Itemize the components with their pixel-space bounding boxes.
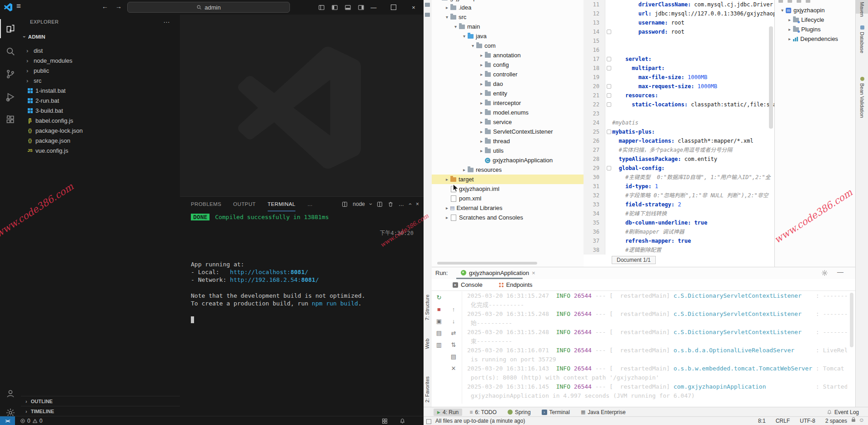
tree-row[interactable]: ▸model.enums	[432, 108, 584, 117]
tree-row[interactable]: ▸interceptor	[432, 98, 584, 108]
status-item[interactable]: 8:1	[758, 418, 766, 424]
code-line[interactable]: 20 max-request-size: 1000MB	[584, 82, 774, 91]
code-line[interactable]: 25mybatis-plus:	[584, 127, 774, 136]
search-sidebar-icon[interactable]	[0, 42, 21, 61]
run-debug-icon[interactable]	[0, 87, 21, 106]
maven-node-row[interactable]: ▸Dependencies	[775, 34, 856, 44]
shell-name[interactable]: node	[353, 201, 365, 207]
code-line[interactable]: 15	[584, 36, 774, 45]
file-item[interactable]: βbabel.config.js	[21, 115, 180, 125]
stop-icon[interactable]: ■	[437, 303, 441, 315]
code-line[interactable]: 22 static-locations: classpath:static/,f…	[584, 100, 774, 109]
status-item[interactable]: CRLF	[776, 418, 790, 424]
status-item[interactable]: UTF-8	[800, 418, 815, 424]
fold-icon[interactable]	[607, 66, 611, 70]
fold-icon[interactable]	[607, 57, 611, 61]
fold-icon[interactable]	[607, 30, 611, 34]
tab-bean-validation[interactable]: Bean Validation	[856, 75, 868, 134]
toolwindow-button-todo[interactable]: ≡6: TODO	[466, 409, 500, 416]
folder-item[interactable]: ›src	[21, 75, 180, 85]
fold-icon[interactable]	[607, 130, 611, 134]
hamburger-menu-icon[interactable]: ≡	[16, 2, 21, 11]
tree-row[interactable]: ▾src	[432, 12, 584, 22]
tree-row[interactable]: ▸.idea	[432, 3, 584, 12]
scroll-end-icon[interactable]: ⇅	[451, 339, 456, 350]
hide-panel-icon[interactable]: —	[837, 268, 843, 275]
tab-maven[interactable]: Maven	[856, 0, 868, 14]
toolwindow-button-javaee[interactable]: ▦Java Enterprise	[577, 409, 629, 416]
tree-horizontal-scrollbar[interactable]	[437, 262, 537, 265]
folder-item[interactable]: ›node_modules	[21, 55, 180, 65]
toolwindow-favorites[interactable]: 2: Favorites	[424, 376, 430, 402]
toolwindow-button-spring[interactable]: Spring	[504, 409, 534, 416]
layout-dropdown-icon[interactable]	[318, 4, 325, 11]
code-line[interactable]: 36 #刷新mapper 调试神器	[584, 227, 774, 236]
code-line[interactable]: 23	[584, 109, 774, 118]
event-log-button[interactable]: Event Log	[827, 407, 859, 417]
run-config-tab[interactable]: gxjyzhaopinApplication ×	[456, 267, 540, 278]
minimize-button[interactable]: —	[364, 0, 384, 15]
code-line[interactable]: 38 #逻辑删除配置	[584, 245, 774, 255]
print-icon[interactable]: ▥	[436, 339, 442, 350]
code-line[interactable]: 21 resources:	[584, 91, 774, 100]
chevron-down-icon[interactable]: ›	[368, 203, 374, 205]
code-line[interactable]: 35 db-column-underline: true	[584, 218, 774, 227]
tab-output[interactable]: OUTPUT	[233, 197, 256, 211]
up-stack-icon[interactable]: ↑	[452, 303, 455, 315]
project-root-item[interactable]: › ADMIN	[24, 32, 45, 42]
clear-console-icon[interactable]: ✕	[451, 362, 456, 374]
tree-row[interactable]: ▸annotation	[432, 50, 584, 60]
file-item[interactable]: 3-build.bat	[21, 105, 180, 115]
panel-more-icon[interactable]: …	[399, 201, 404, 207]
tree-row[interactable]: ▾java	[432, 31, 584, 41]
file-item[interactable]: 1-install.bat	[21, 85, 180, 95]
tree-row[interactable]: ▸service	[432, 117, 584, 127]
close-icon[interactable]: ×	[532, 270, 535, 276]
soft-wrap-icon[interactable]: ⇄	[451, 327, 456, 339]
fold-icon[interactable]	[607, 102, 611, 107]
run-settings-gear-icon[interactable]	[821, 270, 828, 276]
timeline-section[interactable]: › TIMELINE	[21, 406, 180, 416]
file-item[interactable]: {}package.json	[21, 135, 180, 145]
toolwindow-button-run[interactable]: ▶4: Run	[434, 409, 462, 416]
tree-row[interactable]: ▸resources	[432, 165, 584, 175]
panel-close-icon[interactable]: ×	[416, 201, 419, 207]
close-button[interactable]: ×	[404, 0, 424, 15]
toolwindow-button-terminal[interactable]: ›Terminal	[538, 409, 574, 416]
split-terminal-icon[interactable]	[377, 201, 383, 207]
thread-dump-icon[interactable]: ▣	[436, 315, 442, 327]
maven-node-row[interactable]: ▸Lifecycle	[775, 15, 856, 25]
extensions-icon[interactable]	[0, 110, 21, 129]
print-console-icon[interactable]: ▤	[451, 350, 456, 362]
account-icon[interactable]	[0, 389, 21, 399]
code-line[interactable]: 16	[584, 45, 774, 55]
tab-endpoints[interactable]: Endpoints	[499, 281, 533, 288]
tree-row[interactable]: ▸entity	[432, 89, 584, 98]
maven-root-row[interactable]: ▾mgxjyzhaopin	[775, 5, 856, 15]
editor-scrollbar[interactable]	[769, 26, 773, 129]
nav-back-icon[interactable]: ←	[102, 3, 108, 10]
lock-icon[interactable]	[852, 419, 855, 422]
explorer-more-icon[interactable]: …	[163, 16, 170, 24]
file-item[interactable]: {}package-lock.json	[21, 125, 180, 135]
rerun-icon[interactable]: ↻	[437, 291, 442, 303]
remote-indicator[interactable]: ><	[0, 416, 15, 425]
fold-icon[interactable]	[607, 84, 611, 89]
down-stack-icon[interactable]: ↓	[452, 315, 455, 327]
fold-icon[interactable]	[607, 166, 611, 170]
toggle-sidebar-icon[interactable]	[331, 4, 338, 11]
code-line[interactable]: 30 #主键类型 0:"数据库ID自增", 1:"用户输入ID",2:"全	[584, 173, 774, 182]
code-line[interactable]: 34 #驼峰下划线转换	[584, 209, 774, 218]
problems-status[interactable]: 0 0	[20, 416, 42, 425]
console-scrollbar[interactable]	[850, 293, 853, 347]
code-line[interactable]: 33 field-strategy: 2	[584, 200, 774, 209]
chevron-up-icon[interactable]: ›	[407, 203, 413, 205]
outline-section[interactable]: › OUTLINE	[21, 396, 180, 406]
notifications-bell-icon[interactable]	[399, 418, 405, 424]
tree-row[interactable]: ▸thread	[432, 136, 584, 146]
tree-row[interactable]: ▸utils	[432, 146, 584, 155]
code-line[interactable]: 24#mybatis	[584, 118, 774, 127]
toggle-panel-icon[interactable]	[344, 4, 351, 11]
tab-console[interactable]: ▸ Console	[453, 281, 483, 288]
toolwindow-toggle-icon[interactable]	[426, 419, 431, 424]
